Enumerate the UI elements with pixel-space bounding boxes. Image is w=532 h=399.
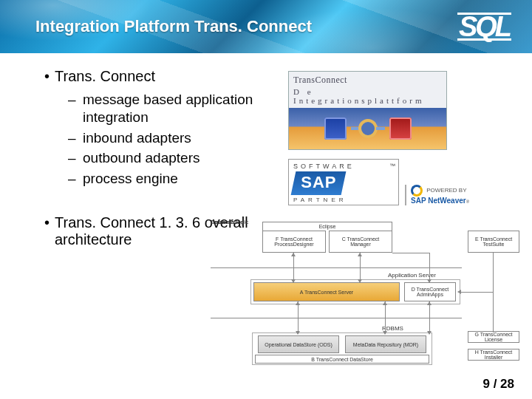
- slide-title: Integration Platform Trans. Connect: [35, 17, 312, 36]
- bullet-item: inbound adapters: [44, 129, 288, 147]
- bullet-item: message based application integration: [44, 91, 288, 126]
- page-current: 9: [482, 377, 489, 391]
- architecture-diagram: Presentation Business logic Data Eclipse…: [211, 219, 521, 365]
- sap-mark: SAP: [291, 171, 347, 195]
- tier-label-data: Data: [211, 219, 223, 225]
- red-node-icon: [389, 117, 412, 140]
- blue-node-icon: [324, 117, 347, 140]
- bullet-item: outbound adapters: [44, 149, 288, 167]
- badge-line1: TransConnect: [289, 72, 446, 87]
- bullet-item: process engine: [44, 170, 288, 188]
- box-eclipse: Eclipse: [262, 222, 392, 231]
- transconnect-badge: TransConnect D e Integrationsplattform: [288, 71, 447, 150]
- box-b-datastore: B TransConnect DataStore: [255, 355, 429, 364]
- box-h-installer: H TransConnect Installer: [468, 349, 519, 361]
- box-d-adminapps: D TransConnect AdminApps: [404, 282, 456, 301]
- box-e-testsuite: E TransConnect TestSuite: [468, 231, 519, 253]
- badge-line2: D e Integrationsplattform: [289, 87, 446, 108]
- box-mdr: MetaData Repository (MDR): [345, 335, 426, 353]
- box-f-processdesigner: F TransConnect ProcessDesigner: [262, 231, 326, 253]
- box-g-license: G TransConnect License: [468, 331, 519, 343]
- page-number: 9 / 28: [482, 377, 514, 392]
- sql-logo: SQL: [457, 13, 511, 41]
- bullet-section1: Trans. Connect: [44, 68, 288, 85]
- box-ods: Operational DataStore (ODS): [258, 335, 339, 353]
- netweaver-label: SAP NetWeaver: [411, 197, 466, 205]
- connector-icon: [351, 119, 385, 138]
- partner-logos: ™ SOFTWARE SAP PARTNER POWERED BY SAP Ne…: [288, 159, 486, 205]
- slide-header: Integration Platform Trans. Connect SQL: [0, 0, 532, 53]
- netweaver-logo: POWERED BY SAP NetWeaver®: [405, 185, 486, 205]
- netweaver-arc-icon: [411, 185, 423, 197]
- sap-partner-logo: ™ SOFTWARE SAP PARTNER: [288, 159, 399, 205]
- page-total: 28: [500, 377, 514, 391]
- box-c-manager: C TransConnect Manager: [329, 231, 392, 253]
- sap-partner-label: PARTNER: [293, 197, 394, 203]
- badge-graphic: [289, 108, 446, 149]
- powered-by-label: POWERED BY: [426, 187, 466, 194]
- page-sep: /: [490, 377, 500, 391]
- sap-software-label: SOFTWARE: [293, 163, 394, 170]
- box-a-server: A TransConnect Server: [253, 282, 400, 301]
